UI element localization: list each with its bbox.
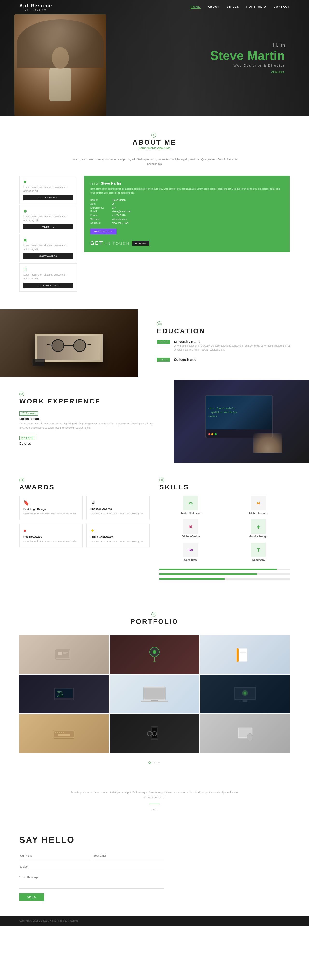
about-section: 01 ABOUT ME Some Words About Me Lorem ip… <box>0 116 309 309</box>
about-card-website: ◉ Lorem ipsum dolor sit amet, consectetu… <box>19 205 77 233</box>
gold-award-icon: ✦ <box>91 528 146 533</box>
svg-rect-32 <box>151 700 158 700</box>
about-description: Lorem ipsum dolor sit amet, consectetur … <box>70 157 239 166</box>
name-input[interactable] <box>19 852 90 859</box>
portfolio-grid: <div> code </div> <box>19 635 290 753</box>
work-desc-1: Lorem ipsum dolor sit amet, consectetur … <box>19 422 154 430</box>
testimonial-author: - apt - <box>19 808 290 811</box>
website-text: Lorem ipsum dolor sit amet, consectetur … <box>24 215 73 222</box>
nav-about[interactable]: ABOUT <box>208 5 220 9</box>
field-label-website: Website: <box>90 218 112 221</box>
portfolio-item-7[interactable] <box>19 714 109 753</box>
svg-point-59 <box>158 762 159 763</box>
svg-rect-20 <box>237 648 239 662</box>
nav-contact[interactable]: CONTACT <box>274 5 290 9</box>
testimonial-section: Mauris porta scelerisque erat erat trist… <box>0 780 309 821</box>
download-cv-btn[interactable]: Download CV <box>90 229 116 234</box>
software-btn[interactable]: Softwares <box>24 253 73 259</box>
field-label-email: Email: <box>90 210 112 213</box>
nav-skills[interactable]: SKILLS <box>227 5 239 9</box>
about-section-num: 01 <box>151 133 156 138</box>
indesign-icon-box: Id <box>183 519 198 534</box>
say-hello-title: SAY HELLO <box>19 835 290 845</box>
website-btn[interactable]: Website <box>24 224 73 229</box>
award-web-name: The Web Awards <box>91 508 146 511</box>
svg-line-7 <box>86 344 91 345</box>
svg-rect-42 <box>57 732 59 733</box>
indesign-label: Adobe InDesign <box>159 535 222 538</box>
say-hello-section: SAY HELLO SEND <box>0 821 309 916</box>
awards-grid: 🔖 Best Logo Design Lorem ipsum dolor sit… <box>19 496 150 547</box>
award-web-desc: Lorem ipsum dolor sit amet, consectetur … <box>91 512 146 515</box>
nav-portfolio[interactable]: PORTFOLIO <box>247 5 266 9</box>
work-section-num: 03 <box>19 392 24 396</box>
field-label-address: Address: <box>90 222 112 224</box>
get-in-touch-text: GET IN TOUCH <box>90 240 130 247</box>
apps-icon: ◫ <box>24 267 73 272</box>
svg-rect-49 <box>153 740 156 740</box>
message-textarea[interactable] <box>19 874 164 889</box>
software-text: Lorem ipsum dolor sit amet, consectetur … <box>24 244 73 251</box>
web-award-icon: 🖥 <box>91 500 146 506</box>
award-card-web: 🖥 The Web Awards Lorem ipsum dolor sit a… <box>86 496 150 520</box>
website-icon: ◉ <box>24 208 73 213</box>
hero-content: Hi, I'm Steve Martin Web Designer & Dire… <box>210 43 285 73</box>
edu-uni-name: University Name <box>174 340 295 344</box>
portfolio-item-5[interactable] <box>110 675 199 713</box>
svg-point-16 <box>153 650 156 654</box>
portfolio-item-3[interactable] <box>200 635 290 674</box>
about-section-subtitle: Some Words About Me <box>19 146 290 150</box>
work-item-2: 2014-2016 Dolores <box>19 436 154 445</box>
testimonial-divider <box>150 803 159 804</box>
typography-icon-box: T <box>251 543 266 557</box>
logo-design-icon: ◆ <box>24 179 73 184</box>
field-label-age: Age: <box>90 202 112 205</box>
nav-home[interactable]: HOME <box>191 5 201 9</box>
skill-indesign: Id Adobe InDesign <box>159 519 222 538</box>
copyright-text: Copyright © 2016 Company Name All Rights… <box>19 920 78 922</box>
portfolio-item-8[interactable] <box>110 714 199 753</box>
svg-line-6 <box>47 344 52 345</box>
education-section: 02 EDUCATION 0003-0007 University Name L… <box>0 309 309 380</box>
skill-graphic-design: ◈ Graphic Design <box>227 519 290 538</box>
hero-lastname: Martin <box>247 48 285 62</box>
portfolio-section-num: 07 <box>151 612 156 617</box>
skills-progress-bars <box>159 568 290 580</box>
edu-section-num: 02 <box>157 321 162 326</box>
svg-point-18 <box>153 661 156 662</box>
svg-rect-41 <box>55 732 56 733</box>
awards-section-num: 04 <box>19 477 24 482</box>
logo-tagline: apt resume <box>19 8 53 11</box>
portfolio-nav-dots <box>19 760 290 766</box>
portfolio-item-4[interactable]: <div> code </div> <box>19 675 109 713</box>
svg-rect-36 <box>240 702 250 702</box>
hero-about-link[interactable]: About me ▸ <box>210 70 285 73</box>
awards-column: 04 AWARDS 🔖 Best Logo Design Lorem ipsum… <box>19 477 150 583</box>
progress-photography <box>159 578 290 580</box>
portfolio-title: PORTFOLIO <box>19 618 290 625</box>
svg-point-58 <box>154 762 155 763</box>
portfolio-item-2[interactable] <box>110 635 199 674</box>
portfolio-item-6[interactable] <box>200 675 290 713</box>
logo-design-btn[interactable]: Logo Design <box>24 195 73 200</box>
field-value-name: Steve Martin <box>112 199 126 201</box>
email-input[interactable] <box>94 852 164 859</box>
edu-item-college: 0001-0003 College Name <box>157 358 295 362</box>
svg-rect-44 <box>61 732 62 733</box>
svg-text:</div>: </div> <box>57 695 64 697</box>
about-card-apps: ◫ Lorem ipsum dolor sit amet, consectetu… <box>19 263 77 291</box>
award-reddot-name: Red Dot Award <box>24 535 78 538</box>
portfolio-item-9[interactable] <box>200 714 290 753</box>
portfolio-item-1[interactable] <box>19 635 109 674</box>
award-card-logo: 🔖 Best Logo Design Lorem ipsum dolor sit… <box>19 496 83 520</box>
skills-column: 05 SKILLS Ps Adobe Photoshop Ai Adobe Il… <box>159 477 290 583</box>
send-button[interactable]: SEND <box>19 893 44 901</box>
field-label-phone: Phone: <box>90 214 112 217</box>
subject-input[interactable] <box>19 863 164 870</box>
typography-label: Typography <box>227 558 290 561</box>
contact-me-btn[interactable]: Contact Me <box>132 241 149 246</box>
award-logo-name: Best Logo Design <box>24 508 78 511</box>
apps-btn[interactable]: Applications <box>24 283 73 288</box>
progress-design <box>159 568 290 570</box>
edu-year-2: 0001-0003 <box>157 358 170 362</box>
